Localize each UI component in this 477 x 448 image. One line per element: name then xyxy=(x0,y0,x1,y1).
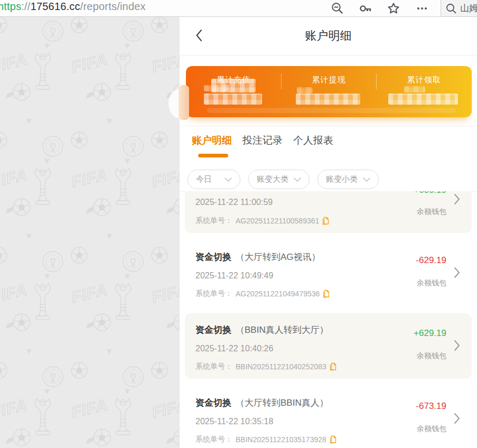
transaction-date: 2025-11-22 10:35:18 xyxy=(195,417,273,426)
censor-mosaic xyxy=(404,86,425,92)
censor-mosaic xyxy=(204,85,229,91)
order-number: AG202511221049479536 xyxy=(236,290,320,298)
active-tab-underline xyxy=(198,154,228,157)
url-text[interactable]: https://175616.cc/reports/index xyxy=(0,1,146,13)
transaction-amount: -673.19 xyxy=(416,401,446,412)
section-divider xyxy=(180,126,477,126)
card-sheen xyxy=(207,108,456,113)
filter-bar: 今日 账变大类 账变小类 xyxy=(188,170,379,189)
transaction-type: 资金切换 xyxy=(195,325,231,335)
browser-side-search[interactable]: 山姆 xyxy=(441,0,477,16)
order-prefix: 系统单号： xyxy=(195,435,232,444)
transaction-date: 2025-11-22 10:40:26 xyxy=(195,344,273,353)
more-menu-icon[interactable] xyxy=(415,2,429,15)
tab-account-detail[interactable]: 账户明细 xyxy=(192,134,232,147)
tab-personal-report[interactable]: 个人报表 xyxy=(293,134,333,147)
chevron-right-icon[interactable] xyxy=(454,340,460,351)
filter-major-category[interactable]: 账变大类 xyxy=(248,170,310,189)
transaction-title: 资金切换（大厅转到AG视讯） xyxy=(195,251,321,263)
url-path: /reports/index xyxy=(80,1,146,12)
page-header: 账户明细 xyxy=(180,16,477,55)
page-title: 账户明细 xyxy=(180,28,477,44)
transaction-date: 2025-11-22 10:49:49 xyxy=(195,271,273,281)
transaction-order: 系统单号：BBIN202511221040252083 xyxy=(195,362,336,371)
chevron-down-icon xyxy=(363,178,370,182)
wallet-label: 余额钱包 xyxy=(417,207,446,217)
transaction-list: +600.19 余额钱包 2025-11-22 11:00:59 系统单号：AG… xyxy=(180,191,477,448)
transaction-order: 系统单号：BBIN202511221035173928 xyxy=(195,435,336,444)
transaction-order: 系统单号：AG202511221100589361 xyxy=(195,216,329,226)
censored-value xyxy=(296,94,360,105)
order-number: AG202511221100589361 xyxy=(236,217,319,225)
copy-icon[interactable] xyxy=(323,290,330,298)
transaction-subtitle: （大厅转到AG视讯） xyxy=(236,252,321,262)
order-prefix: 系统单号： xyxy=(195,216,232,226)
censor-mosaic xyxy=(297,87,313,94)
summary-label-claim: 累计领取 xyxy=(407,75,441,84)
order-number: BBIN202511221035173928 xyxy=(236,435,326,444)
filter-minor-category[interactable]: 账变小类 xyxy=(317,170,379,189)
url-scheme: https xyxy=(0,1,21,12)
summary-label-withdraw: 累计提现 xyxy=(312,75,345,84)
transaction-amount: -629.19 xyxy=(416,255,446,266)
wallet-label: 余额钱包 xyxy=(417,424,446,434)
url-separator: :// xyxy=(21,1,30,12)
transaction-subtitle: （大厅转到BBIN真人） xyxy=(236,398,329,408)
fifa-watermark-background: FIFA xyxy=(0,16,180,448)
order-prefix: 系统单号： xyxy=(195,289,232,298)
filter-date-label: 今日 xyxy=(196,174,212,184)
key-icon[interactable] xyxy=(359,2,372,15)
star-bookmark-icon[interactable] xyxy=(387,2,400,15)
transaction-order: 系统单号：AG202511221049479536 xyxy=(195,289,330,298)
chevron-right-icon[interactable] xyxy=(454,267,460,278)
browser-address-bar[interactable]: https://175616.cc/reports/index 山姆 xyxy=(0,0,477,17)
censored-value xyxy=(388,94,458,105)
copy-icon[interactable] xyxy=(330,362,336,371)
filter-minor-label: 账变小类 xyxy=(326,174,358,184)
copy-icon[interactable] xyxy=(322,217,329,225)
tab-bet-records[interactable]: 投注记录 xyxy=(242,134,283,147)
search-icon xyxy=(445,3,457,14)
transaction-item[interactable]: 资金切换（大厅转到BBIN真人） 2025-11-22 10:35:18 系统单… xyxy=(185,386,472,448)
filter-date[interactable]: 今日 xyxy=(188,170,240,189)
wallet-label: 余额钱包 xyxy=(417,278,446,288)
side-handle[interactable] xyxy=(179,85,189,120)
transaction-amount: +629.19 xyxy=(414,328,446,339)
zoom-out-icon[interactable] xyxy=(331,2,344,15)
order-prefix: 系统单号： xyxy=(195,362,232,371)
transaction-title: 资金切换（BBIN真人转到大厅） xyxy=(195,324,329,336)
main-panel: 账户明细 累计充值 累计提现 累计领取 账户明细 投注记录 xyxy=(180,16,477,448)
chevron-down-icon xyxy=(225,178,232,182)
filter-major-label: 账变大类 xyxy=(257,174,288,184)
chevron-down-icon xyxy=(294,178,301,182)
transaction-date: 2025-11-22 11:00:59 xyxy=(195,198,273,207)
transaction-subtitle: （BBIN真人转到大厅） xyxy=(236,325,329,335)
side-search-text: 山姆 xyxy=(460,2,477,14)
order-number: BBIN202511221040252083 xyxy=(236,362,326,371)
transaction-title: 资金切换（大厅转到BBIN真人） xyxy=(195,397,329,409)
tab-bar: 账户明细 投注记录 个人报表 xyxy=(192,134,333,147)
transaction-item-partial[interactable]: +600.19 余额钱包 2025-11-22 11:00:59 系统单号：AG… xyxy=(185,191,472,233)
url-host: 175616.cc xyxy=(31,1,80,12)
wallet-label: 余额钱包 xyxy=(417,351,446,361)
transaction-type: 资金切换 xyxy=(195,398,231,408)
transaction-amount: +600.19 xyxy=(414,191,446,195)
copy-icon[interactable] xyxy=(330,435,336,444)
summary-card: 累计充值 累计提现 累计领取 xyxy=(186,66,472,117)
transaction-type: 资金切换 xyxy=(195,252,231,262)
transaction-item[interactable]: 资金切换（大厅转到AG视讯） 2025-11-22 10:49:49 系统单号：… xyxy=(185,240,472,306)
chevron-right-icon[interactable] xyxy=(454,413,460,424)
censored-value xyxy=(204,94,262,105)
chevron-right-icon[interactable] xyxy=(454,193,460,205)
fifa-pattern-svg: FIFA xyxy=(0,16,180,448)
transaction-item[interactable]: 资金切换（BBIN真人转到大厅） 2025-11-22 10:40:26 系统单… xyxy=(185,313,472,379)
